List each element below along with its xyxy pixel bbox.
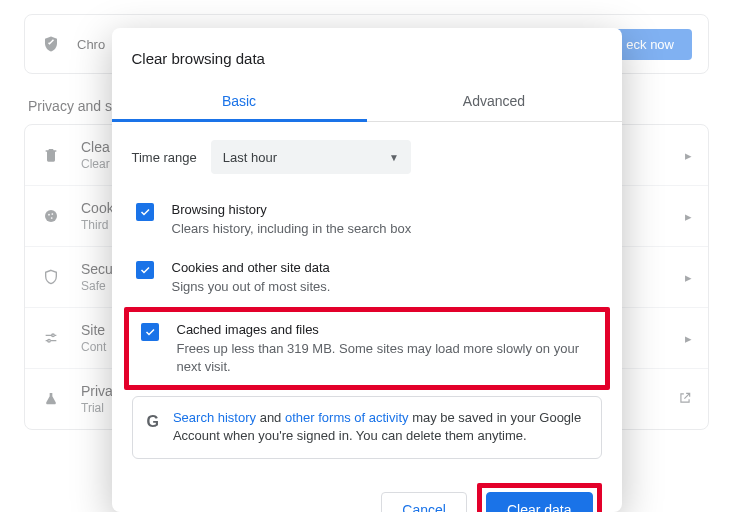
- time-range-label: Time range: [132, 150, 197, 165]
- cancel-button[interactable]: Cancel: [381, 492, 467, 512]
- highlight-cached-option: Cached images and files Frees up less th…: [124, 307, 610, 390]
- checkbox-browsing-history[interactable]: [136, 203, 154, 221]
- link-other-activity[interactable]: other forms of activity: [285, 410, 409, 425]
- time-range-value: Last hour: [223, 150, 277, 165]
- time-range-select[interactable]: Last hour ▼: [211, 140, 411, 174]
- dropdown-icon: ▼: [389, 152, 399, 163]
- modal-overlay: Clear browsing data Basic Advanced Time …: [0, 0, 733, 512]
- dialog-title: Clear browsing data: [112, 28, 622, 83]
- tab-basic[interactable]: Basic: [112, 83, 367, 121]
- checkbox-cached-images[interactable]: [141, 323, 159, 341]
- option-cookies[interactable]: Cookies and other site data Signs you ou…: [132, 250, 602, 308]
- highlight-clear-data-button: Clear data: [477, 483, 602, 512]
- clear-browsing-data-dialog: Clear browsing data Basic Advanced Time …: [112, 28, 622, 512]
- info-text: Search history and other forms of activi…: [173, 409, 587, 445]
- google-account-info: G Search history and other forms of acti…: [132, 396, 602, 458]
- checkbox-cookies[interactable]: [136, 261, 154, 279]
- option-cached-images[interactable]: Cached images and files Frees up less th…: [137, 320, 597, 377]
- google-icon: G: [147, 411, 159, 433]
- clear-data-button[interactable]: Clear data: [486, 492, 593, 512]
- option-browsing-history[interactable]: Browsing history Clears history, includi…: [132, 192, 602, 250]
- tab-advanced[interactable]: Advanced: [367, 83, 622, 121]
- link-search-history[interactable]: Search history: [173, 410, 256, 425]
- dialog-tabs: Basic Advanced: [112, 83, 622, 122]
